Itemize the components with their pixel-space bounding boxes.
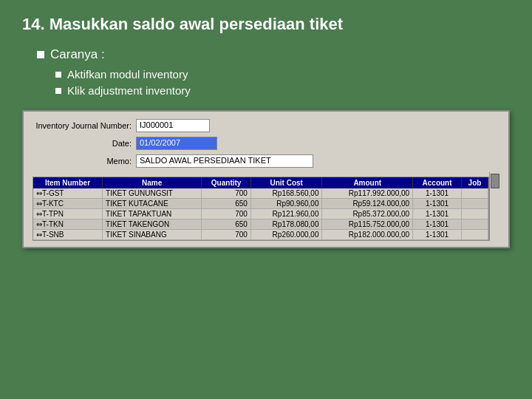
table-row[interactable]: ⇔T-TPN TIKET TAPAKTUAN 700 Rp121.960,00 … [33,209,488,219]
slide: 14. Masukkan saldo awal persediaan tiket… [0,0,532,399]
cell-amount: Rp115.752.000,00 [322,219,413,230]
table-row[interactable]: ⇔T-TKN TIKET TAKENGON 650 Rp178.080,00 R… [33,219,488,230]
cell-quantity: 650 [202,219,251,230]
cell-unit-cost: Rp168.560,00 [250,188,322,199]
col-header-account: Account [413,177,462,188]
cell-account: 1-1301 [413,199,462,209]
cell-name: TIKET KUTACANE [103,199,202,209]
bullet-sub-1: Aktifkan modul inventory [55,68,510,81]
table-wrapper: Item Number Name Quantity Unit Cost Amou… [33,172,489,241]
memo-label: Memo: [33,157,136,166]
date-label: Date: [33,139,136,148]
table-header-row: Item Number Name Quantity Unit Cost Amou… [33,177,488,188]
cell-item: ⇔T-KTC [33,199,103,209]
cell-job [461,188,488,199]
col-header-amount: Amount [322,177,413,188]
col-header-job: Job [461,177,488,188]
col-header-name: Name [103,177,202,188]
cell-item: ⇔T-TKN [33,219,103,230]
cell-job [461,209,488,219]
scrollbar[interactable] [489,172,499,241]
inventory-window: Inventory Journal Number: IJ000001 Date:… [22,110,510,248]
cell-quantity: 700 [202,209,251,219]
scrollbar-thumb[interactable] [491,174,499,188]
bullet-sub-2-icon [55,88,61,94]
col-header-unit-cost: Unit Cost [250,177,322,188]
cell-account: 1-1301 [413,219,462,230]
bullet-main-text: Caranya : [50,47,105,62]
journal-row: Inventory Journal Number: IJ000001 [33,119,499,132]
journal-label: Inventory Journal Number: [33,121,136,130]
cell-item: ⇔T-TPN [33,209,103,219]
cell-item: ⇔T-GST [33,188,103,199]
bullet-sub-1-text: Aktifkan modul inventory [67,68,188,81]
cell-amount: Rp59.124.000,00 [322,199,413,209]
cell-unit-cost: Rp121.960,00 [250,209,322,219]
bullet-sub-1-icon [55,72,61,78]
cell-quantity: 700 [202,188,251,199]
cell-name: TIKET SINABANG [103,230,202,240]
cell-job [461,219,488,230]
cell-unit-cost: Rp178.080,00 [250,219,322,230]
cell-item: ⇔T-SNB [33,230,103,240]
bullet-main-icon [37,51,44,58]
cell-unit-cost: Rp260.000,00 [250,230,322,240]
table-row[interactable]: ⇔T-GST TIKET GUNUNGSIT 700 Rp168.560,00 … [33,188,488,199]
cell-job [461,230,488,240]
journal-input[interactable]: IJ000001 [136,119,210,132]
cell-quantity: 700 [202,230,251,240]
cell-quantity: 650 [202,199,251,209]
bullet-sub-2: Klik adjustment inventory [55,84,510,97]
cell-amount: Rp85.372.000,00 [322,209,413,219]
cell-name: TIKET TAKENGON [103,219,202,230]
cell-amount: Rp117.992.000,00 [322,188,413,199]
table-row[interactable]: ⇔T-SNB TIKET SINABANG 700 Rp260.000,00 R… [33,230,488,240]
bullet-main: Caranya : [37,47,510,62]
date-input[interactable]: 01/02/2007 [136,137,217,150]
cell-account: 1-1301 [413,209,462,219]
col-header-quantity: Quantity [202,177,251,188]
cell-name: TIKET TAPAKTUAN [103,209,202,219]
table-row[interactable]: ⇔T-KTC TIKET KUTACANE 650 Rp90.960,00 Rp… [33,199,488,209]
data-table: Item Number Name Quantity Unit Cost Amou… [33,177,488,240]
date-row: Date: 01/02/2007 [33,137,499,150]
cell-job [461,199,488,209]
cell-amount: Rp182.000.000,00 [322,230,413,240]
cell-name: TIKET GUNUNGSIT [103,188,202,199]
cell-account: 1-1301 [413,188,462,199]
memo-row: Memo: SALDO AWAL PERSEDIAAN TIKET [33,154,499,168]
inventory-table: Item Number Name Quantity Unit Cost Amou… [33,177,489,241]
cell-account: 1-1301 [413,230,462,240]
memo-input[interactable]: SALDO AWAL PERSEDIAAN TIKET [136,154,313,168]
table-scroll-area: Item Number Name Quantity Unit Cost Amou… [33,172,499,241]
col-header-item: Item Number [33,177,103,188]
cell-unit-cost: Rp90.960,00 [250,199,322,209]
slide-title: 14. Masukkan saldo awal persediaan tiket [22,15,510,34]
bullet-sub-2-text: Klik adjustment inventory [67,84,191,97]
